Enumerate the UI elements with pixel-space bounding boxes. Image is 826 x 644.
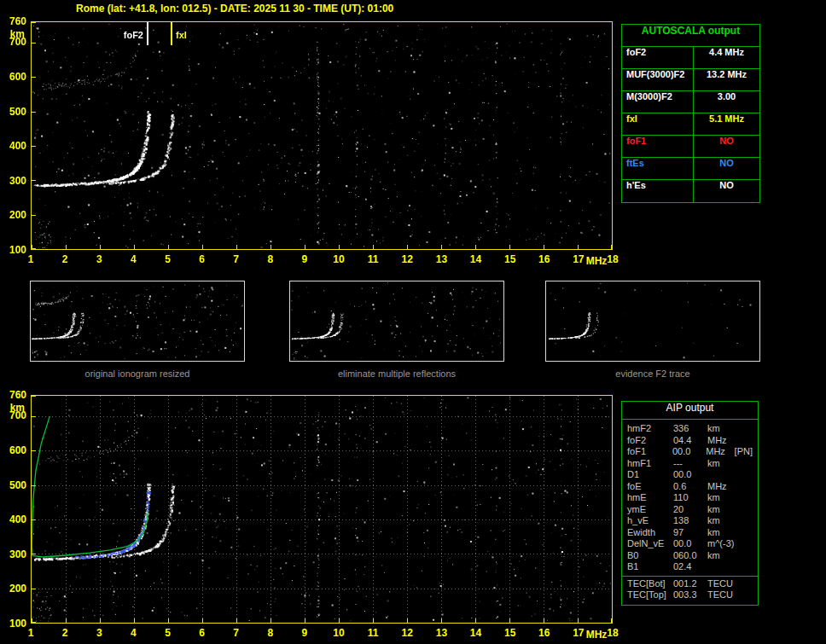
aip-param-unit: km [707, 458, 736, 470]
autoscala-param-value: 4.4 MHz [694, 47, 759, 68]
aip-param-unit: km [707, 504, 736, 516]
x-axis-label-8: 8 [267, 627, 273, 639]
autoscala-param-label: fxI [622, 113, 694, 135]
aip-row-tec-top: TEC[Top]003.3TECU [622, 589, 758, 601]
aip-param-note: [PN] [735, 446, 753, 458]
autoscala-output-table: AUTOSCALA output foF24.4 MHzMUF(3000)F21… [621, 24, 760, 203]
aip-param-value: 00.0 [672, 446, 706, 458]
y-axis-label-200: 200 [9, 583, 26, 595]
x-axis-label-2: 2 [62, 627, 68, 639]
x-axis-label-17: 17 [573, 253, 584, 265]
aip-param-value: 003.3 [673, 589, 707, 601]
x-axis-label-18: 18 [607, 627, 618, 639]
panel-caption-evidence: evidence F2 trace [545, 368, 760, 379]
aip-param-value: 04.4 [673, 435, 707, 447]
aip-param-value: 00.0 [673, 469, 707, 481]
aip-param-label: hmF2 [627, 423, 673, 435]
autoscala-row-fxi: fxI5.1 MHz [622, 113, 759, 136]
aip-param-label: hmF1 [627, 458, 673, 470]
autoscala-param-label: M(3000)F2 [622, 91, 694, 113]
x-axis-label-4: 4 [131, 627, 137, 639]
aip-param-value: --- [673, 458, 707, 470]
aip-param-unit: km [707, 492, 736, 504]
x-axis-label-9: 9 [302, 627, 308, 639]
y-axis-label-760: 760 [9, 15, 26, 27]
aip-param-value: 138 [673, 515, 707, 527]
x-axis-label-3: 3 [96, 253, 102, 265]
autoscala-row-m-3000-f2: M(3000)F23.00 [622, 91, 759, 113]
autoscala-param-value: 5.1 MHz [694, 113, 759, 135]
x-axis-label-18: 18 [607, 253, 618, 265]
autoscala-param-label: h'Es [622, 180, 694, 202]
aip-param-label: D1 [627, 469, 673, 481]
y-axis-label-400: 400 [9, 513, 26, 525]
aip-param-label: DelN_vE [627, 538, 673, 550]
x-axis-label-12: 12 [402, 627, 413, 639]
y-axis-label-400: 400 [9, 140, 26, 152]
y-axis-label-200: 200 [9, 209, 26, 221]
aip-param-unit: TECU [707, 589, 736, 601]
autoscala-table-rows: foF24.4 MHzMUF(3000)F213.2 MHzM(3000)F23… [622, 47, 759, 202]
aip-row-yme: ymE20km [622, 504, 758, 516]
aip-param-label: foF2 [627, 435, 673, 447]
aip-param-label: ymE [627, 504, 673, 516]
aip-param-value: 02.4 [673, 561, 707, 573]
aip-param-unit: MHz [706, 446, 734, 458]
autoscala-row-h-es: h'EsNO [622, 180, 759, 202]
aip-param-value: 060.0 [673, 550, 707, 562]
aip-param-label: Ewidth [627, 527, 673, 539]
aip-row-hme: hmE110km [622, 492, 758, 504]
aip-param-label: foF1 [627, 446, 672, 458]
x-axis-label-2: 2 [62, 253, 68, 265]
aip-param-unit [707, 561, 736, 573]
y-axis-label-300: 300 [9, 548, 26, 560]
panel-eliminate-canvas [290, 281, 503, 361]
x-axis-label-10: 10 [333, 253, 344, 265]
autoscala-param-value: NO [694, 180, 759, 202]
autoscala-param-value: 3.00 [694, 91, 759, 113]
panel-caption-eliminate: eliminate multiple reflections [289, 368, 504, 379]
x-axis-label-14: 14 [470, 627, 481, 639]
autoscala-param-label: ftEs [622, 158, 694, 179]
x-axis-unit: MHz [586, 629, 608, 641]
aip-row-d1: D100.0 [622, 469, 758, 481]
aip-param-unit: MHz [707, 481, 736, 493]
aip-param-label: TEC[Top] [627, 589, 673, 601]
x-axis-label-6: 6 [199, 627, 205, 639]
aip-param-unit [707, 469, 736, 481]
fxi-marker-label: fxI [176, 30, 187, 40]
x-axis-label-5: 5 [165, 627, 171, 639]
autoscala-param-label: MUF(3000)F2 [622, 69, 694, 90]
x-axis-label-14: 14 [470, 253, 481, 265]
fof2-marker-label: foF2 [124, 30, 143, 40]
aip-row-hmf2: hmF2336km [622, 423, 758, 435]
autoscala-param-value: NO [694, 158, 759, 179]
x-axis-label-11: 11 [368, 253, 379, 265]
x-axis-label-6: 6 [199, 253, 205, 265]
aip-param-label: B1 [627, 561, 673, 573]
aip-row-ewidth: Ewidth97km [622, 527, 758, 539]
aip-param-unit: km [707, 550, 736, 562]
x-axis-label-12: 12 [402, 253, 413, 265]
aip-param-unit: MHz [707, 435, 736, 447]
aip-row-tec-bot: TEC[Bot]001.2TECU [622, 578, 758, 590]
x-axis-label-5: 5 [165, 253, 171, 265]
bottom-ionogram-canvas [32, 396, 612, 623]
autoscala-row-ftes: ftEsNO [622, 158, 759, 180]
y-axis-unit: km [10, 28, 25, 40]
y-axis-label-600: 600 [9, 71, 26, 83]
y-axis-label-100: 100 [9, 618, 26, 629]
aip-param-unit: km [707, 515, 736, 527]
x-axis-label-17: 17 [573, 627, 584, 639]
x-axis-label-1: 1 [28, 627, 34, 639]
panel-eliminate-reflections [289, 281, 504, 362]
aip-param-value: 001.2 [673, 578, 707, 590]
aip-param-label: hmE [627, 492, 673, 504]
aip-param-label: TEC[Bot] [627, 578, 673, 590]
y-axis-label-600: 600 [9, 444, 26, 456]
aip-param-label: h_vE [627, 515, 673, 527]
y-axis-label-500: 500 [9, 106, 26, 118]
x-axis-label-7: 7 [233, 627, 239, 639]
x-axis-label-9: 9 [302, 253, 308, 265]
panel-evidence-f2-trace [545, 281, 760, 362]
